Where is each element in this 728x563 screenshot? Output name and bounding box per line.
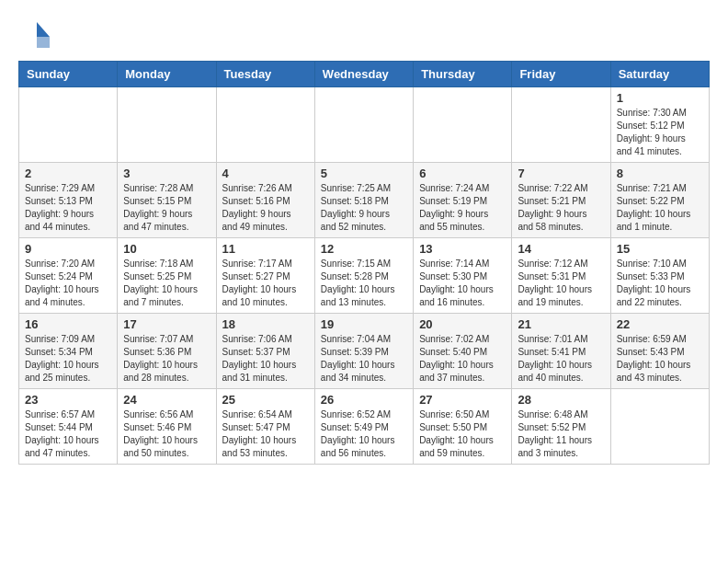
- day-number: 23: [25, 393, 111, 407]
- day-info: Sunrise: 6:52 AM Sunset: 5:49 PM Dayligh…: [321, 408, 407, 460]
- page-header: [18, 18, 710, 52]
- day-info: Sunrise: 6:57 AM Sunset: 5:44 PM Dayligh…: [25, 408, 111, 460]
- day-cell: 11Sunrise: 7:17 AM Sunset: 5:27 PM Dayli…: [216, 238, 314, 314]
- day-number: 14: [518, 242, 604, 256]
- day-number: 20: [419, 317, 506, 331]
- day-cell: 16Sunrise: 7:09 AM Sunset: 5:34 PM Dayli…: [19, 314, 118, 389]
- day-cell: 24Sunrise: 6:56 AM Sunset: 5:46 PM Dayli…: [118, 389, 216, 465]
- day-info: Sunrise: 7:07 AM Sunset: 5:36 PM Dayligh…: [123, 333, 210, 385]
- day-cell: 10Sunrise: 7:18 AM Sunset: 5:25 PM Dayli…: [118, 238, 216, 314]
- day-number: 28: [518, 393, 604, 407]
- day-cell: [314, 87, 413, 163]
- day-cell: 8Sunrise: 7:21 AM Sunset: 5:22 PM Daylig…: [610, 163, 709, 238]
- day-cell: [216, 87, 314, 163]
- day-info: Sunrise: 7:15 AM Sunset: 5:28 PM Dayligh…: [321, 258, 407, 309]
- day-cell: 21Sunrise: 7:01 AM Sunset: 5:41 PM Dayli…: [512, 314, 610, 389]
- day-cell: 15Sunrise: 7:10 AM Sunset: 5:33 PM Dayli…: [610, 238, 709, 314]
- day-number: 16: [25, 317, 111, 331]
- day-info: Sunrise: 6:56 AM Sunset: 5:46 PM Dayligh…: [123, 408, 210, 460]
- day-cell: 18Sunrise: 7:06 AM Sunset: 5:37 PM Dayli…: [216, 314, 314, 389]
- day-info: Sunrise: 7:28 AM Sunset: 5:15 PM Dayligh…: [123, 182, 210, 234]
- day-info: Sunrise: 7:25 AM Sunset: 5:18 PM Dayligh…: [321, 182, 407, 234]
- week-row-5: 23Sunrise: 6:57 AM Sunset: 5:44 PM Dayli…: [19, 389, 710, 465]
- day-info: Sunrise: 7:02 AM Sunset: 5:40 PM Dayligh…: [419, 333, 506, 385]
- day-cell: 26Sunrise: 6:52 AM Sunset: 5:49 PM Dayli…: [314, 389, 413, 465]
- weekday-header-thursday: Thursday: [414, 62, 512, 87]
- day-number: 8: [617, 167, 703, 180]
- day-cell: 25Sunrise: 6:54 AM Sunset: 5:47 PM Dayli…: [216, 389, 314, 465]
- day-number: 18: [222, 317, 309, 331]
- day-info: Sunrise: 7:24 AM Sunset: 5:19 PM Dayligh…: [419, 182, 506, 234]
- day-cell: 27Sunrise: 6:50 AM Sunset: 5:50 PM Dayli…: [414, 389, 512, 465]
- day-info: Sunrise: 7:26 AM Sunset: 5:16 PM Dayligh…: [222, 182, 309, 234]
- day-number: 13: [419, 242, 506, 256]
- day-number: 9: [25, 242, 111, 256]
- weekday-header-sunday: Sunday: [19, 62, 118, 87]
- day-number: 5: [321, 167, 407, 180]
- day-number: 17: [123, 317, 210, 331]
- day-cell: [610, 389, 709, 465]
- day-cell: 13Sunrise: 7:14 AM Sunset: 5:30 PM Dayli…: [414, 238, 512, 314]
- weekday-header-wednesday: Wednesday: [314, 62, 413, 87]
- day-cell: 28Sunrise: 6:48 AM Sunset: 5:52 PM Dayli…: [512, 389, 610, 465]
- svg-marker-1: [37, 37, 50, 48]
- day-number: 21: [518, 317, 604, 331]
- day-number: 26: [321, 393, 407, 407]
- day-info: Sunrise: 6:50 AM Sunset: 5:50 PM Dayligh…: [419, 408, 506, 460]
- day-number: 3: [123, 167, 210, 180]
- day-info: Sunrise: 7:14 AM Sunset: 5:30 PM Dayligh…: [419, 258, 506, 309]
- day-cell: 22Sunrise: 6:59 AM Sunset: 5:43 PM Dayli…: [610, 314, 709, 389]
- day-cell: [19, 87, 118, 163]
- weekday-header-row: SundayMondayTuesdayWednesdayThursdayFrid…: [19, 62, 710, 87]
- day-info: Sunrise: 7:18 AM Sunset: 5:25 PM Dayligh…: [123, 258, 210, 309]
- day-cell: 19Sunrise: 7:04 AM Sunset: 5:39 PM Dayli…: [314, 314, 413, 389]
- day-info: Sunrise: 7:30 AM Sunset: 5:12 PM Dayligh…: [617, 107, 703, 158]
- day-cell: 23Sunrise: 6:57 AM Sunset: 5:44 PM Dayli…: [19, 389, 118, 465]
- day-info: Sunrise: 7:12 AM Sunset: 5:31 PM Dayligh…: [518, 258, 604, 309]
- day-info: Sunrise: 7:20 AM Sunset: 5:24 PM Dayligh…: [25, 258, 111, 309]
- day-cell: 14Sunrise: 7:12 AM Sunset: 5:31 PM Dayli…: [512, 238, 610, 314]
- day-info: Sunrise: 7:06 AM Sunset: 5:37 PM Dayligh…: [222, 333, 309, 385]
- day-cell: 1Sunrise: 7:30 AM Sunset: 5:12 PM Daylig…: [610, 87, 709, 163]
- day-number: 15: [617, 242, 703, 256]
- svg-marker-0: [37, 22, 50, 37]
- day-cell: [414, 87, 512, 163]
- day-cell: 3Sunrise: 7:28 AM Sunset: 5:15 PM Daylig…: [118, 163, 216, 238]
- day-number: 4: [222, 167, 309, 180]
- day-info: Sunrise: 6:54 AM Sunset: 5:47 PM Dayligh…: [222, 408, 309, 460]
- day-cell: 4Sunrise: 7:26 AM Sunset: 5:16 PM Daylig…: [216, 163, 314, 238]
- day-info: Sunrise: 7:17 AM Sunset: 5:27 PM Dayligh…: [222, 258, 309, 309]
- day-number: 25: [222, 393, 309, 407]
- day-cell: 9Sunrise: 7:20 AM Sunset: 5:24 PM Daylig…: [19, 238, 118, 314]
- day-cell: [118, 87, 216, 163]
- logo-icon: [18, 18, 51, 52]
- day-number: 19: [321, 317, 407, 331]
- day-number: 7: [518, 167, 604, 180]
- day-cell: 12Sunrise: 7:15 AM Sunset: 5:28 PM Dayli…: [314, 238, 413, 314]
- day-number: 27: [419, 393, 506, 407]
- day-info: Sunrise: 6:48 AM Sunset: 5:52 PM Dayligh…: [518, 408, 604, 460]
- weekday-header-friday: Friday: [512, 62, 610, 87]
- day-info: Sunrise: 7:21 AM Sunset: 5:22 PM Dayligh…: [617, 182, 703, 234]
- week-row-3: 9Sunrise: 7:20 AM Sunset: 5:24 PM Daylig…: [19, 238, 710, 314]
- week-row-1: 1Sunrise: 7:30 AM Sunset: 5:12 PM Daylig…: [19, 87, 710, 163]
- weekday-header-monday: Monday: [118, 62, 216, 87]
- day-info: Sunrise: 7:10 AM Sunset: 5:33 PM Dayligh…: [617, 258, 703, 309]
- day-info: Sunrise: 7:04 AM Sunset: 5:39 PM Dayligh…: [321, 333, 407, 385]
- day-info: Sunrise: 7:01 AM Sunset: 5:41 PM Dayligh…: [518, 333, 604, 385]
- day-cell: 2Sunrise: 7:29 AM Sunset: 5:13 PM Daylig…: [19, 163, 118, 238]
- week-row-4: 16Sunrise: 7:09 AM Sunset: 5:34 PM Dayli…: [19, 314, 710, 389]
- day-number: 12: [321, 242, 407, 256]
- weekday-header-tuesday: Tuesday: [216, 62, 314, 87]
- day-cell: 20Sunrise: 7:02 AM Sunset: 5:40 PM Dayli…: [414, 314, 512, 389]
- day-number: 10: [123, 242, 210, 256]
- day-cell: [512, 87, 610, 163]
- weekday-header-saturday: Saturday: [610, 62, 709, 87]
- day-info: Sunrise: 7:29 AM Sunset: 5:13 PM Dayligh…: [25, 182, 111, 234]
- day-number: 24: [123, 393, 210, 407]
- day-cell: 5Sunrise: 7:25 AM Sunset: 5:18 PM Daylig…: [314, 163, 413, 238]
- day-number: 22: [617, 317, 703, 331]
- day-cell: 7Sunrise: 7:22 AM Sunset: 5:21 PM Daylig…: [512, 163, 610, 238]
- day-number: 1: [617, 91, 703, 105]
- day-number: 6: [419, 167, 506, 180]
